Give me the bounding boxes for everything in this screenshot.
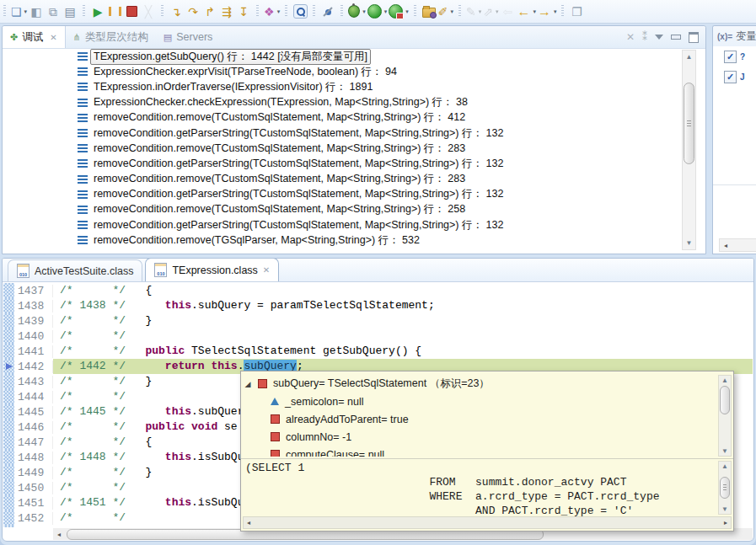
variable-tree-item[interactable]: _semicolon= null <box>244 393 716 410</box>
stack-frame-item[interactable]: removeCondition.getParserString(TCustomS… <box>3 217 680 232</box>
minimize-icon[interactable] <box>671 35 681 40</box>
step-over-button[interactable]: ↷ <box>185 3 201 21</box>
scroll-down-icon[interactable]: ▼ <box>719 505 731 514</box>
stack-frame-item[interactable]: TExpression.inOrderTraverse(IExpressionV… <box>3 79 680 94</box>
stack-frame-item[interactable]: ExpressionChecker.checkExpression(TExpre… <box>3 95 680 110</box>
scroll-left-icon[interactable]: ◂ <box>244 519 254 526</box>
editor-ruler[interactable] <box>3 526 14 527</box>
scroll-up-icon[interactable]: ▲ <box>683 51 695 62</box>
checkbox-checked-icon[interactable] <box>724 71 737 83</box>
variable-detail-pane[interactable]: (SELECT 1 FROM summit.donor_actvy PACT W… <box>245 461 716 516</box>
checkbox-checked-icon[interactable] <box>724 51 737 63</box>
step-into-button[interactable]: ↴ <box>169 3 184 21</box>
scroll-down-icon[interactable]: ▼ <box>719 446 731 456</box>
stack-frame-item[interactable]: removeCondition.getParserString(TCustomS… <box>3 126 680 141</box>
remove-terminated-icon[interactable]: ✕ <box>626 31 635 43</box>
use-step-filters-button[interactable]: ⇶ <box>219 3 234 21</box>
skip-all-breakpoints-button[interactable] <box>320 3 335 21</box>
editor-ruler[interactable] <box>3 389 14 404</box>
variables-item[interactable]: ? <box>713 46 756 67</box>
variable-tree-item[interactable]: computeClause= null <box>244 446 716 457</box>
editor-ruler[interactable] <box>3 329 14 344</box>
tab-texpression[interactable]: 010 TExpression.class ✕ <box>145 258 279 281</box>
search-button[interactable]: ✐▾ <box>438 3 453 21</box>
stack-frame-item[interactable]: removeCondition.remove(TCustomSqlStateme… <box>3 110 680 126</box>
stack-frame-item[interactable]: TExpression.getSubQuery() 行： 1442 [没有局部变… <box>3 49 680 64</box>
chevron-down-icon[interactable]: ▾ <box>405 8 409 15</box>
chevron-down-icon[interactable]: ▾ <box>384 8 388 15</box>
editor-ruler[interactable] <box>3 495 14 510</box>
variable-tree-item[interactable]: columnNo= -1 <box>244 428 716 446</box>
popup-hscrollbar[interactable]: ◂ ▸ <box>243 516 732 529</box>
chevron-down-icon[interactable]: ▾ <box>450 8 453 15</box>
step-return-button[interactable]: ↱ <box>202 3 217 21</box>
close-icon[interactable]: ✕ <box>50 33 56 42</box>
popup-detail-scrollbar[interactable]: ▲ ▼ <box>718 461 732 515</box>
tab-debug[interactable]: ✤ 调试 ✕ <box>3 26 66 48</box>
save-button[interactable]: ◧ <box>29 3 44 21</box>
variables-hscrollbar[interactable]: ◂ <box>719 238 756 252</box>
editor-ruler[interactable] <box>3 480 14 495</box>
stack-frame-item[interactable]: removeCondition.remove(TCustomSqlStateme… <box>3 202 680 217</box>
view-menu-icon[interactable] <box>655 35 663 40</box>
scroll-down-icon[interactable]: ▼ <box>683 238 695 248</box>
editor-ruler[interactable] <box>3 313 14 329</box>
editor-ruler[interactable] <box>3 344 14 359</box>
back-disabled-button[interactable]: ⇦ <box>500 3 515 21</box>
debug-scrollbar[interactable]: ▲ ▼ <box>682 50 696 250</box>
maximize-icon[interactable] <box>689 32 699 43</box>
stack-frame-item[interactable]: removeCondition.remove(TCustomSqlStateme… <box>3 141 680 156</box>
variable-tree-item[interactable]: alreadyAddToParent= true <box>244 410 716 428</box>
editor-ruler[interactable] <box>3 435 14 450</box>
scroll-right-icon[interactable]: ▸ <box>721 519 731 526</box>
chevron-down-icon[interactable]: ▾ <box>554 8 557 15</box>
terminate-button[interactable] <box>124 3 139 21</box>
back-button[interactable]: ←▾ <box>517 3 536 21</box>
editor-ruler[interactable] <box>3 359 14 374</box>
restore-window-button[interactable]: ❐ <box>569 3 584 21</box>
toggle-watchpoint-button[interactable]: ❖▾ <box>264 3 280 21</box>
tab-servers[interactable]: ▤ Servers <box>156 26 220 48</box>
editor-ruler[interactable] <box>3 298 14 313</box>
new-wizard-button[interactable]: ❏▾ <box>11 3 27 21</box>
debug-view-extra-icon[interactable]: ⁑ <box>642 31 647 43</box>
print-button[interactable]: ▤ <box>62 3 78 21</box>
stack-frame-item[interactable]: removeCondition.remove(TCustomSqlStateme… <box>3 172 680 187</box>
chevron-down-icon[interactable]: ▾ <box>479 8 482 15</box>
go-into-button[interactable]: ⇗▾ <box>483 3 498 21</box>
popup-tree-scrollbar[interactable]: ▲ ▼ <box>718 375 732 457</box>
tab-activetestsuite[interactable]: 010 ActiveTestSuite.class <box>8 259 142 281</box>
forward-button[interactable]: →▾ <box>538 3 557 21</box>
resume-button[interactable]: ▶ <box>90 3 105 21</box>
editor-ruler[interactable] <box>3 419 14 435</box>
editor-ruler[interactable] <box>3 450 14 465</box>
run-coverage-button[interactable]: ▾ <box>389 3 409 21</box>
open-artifact-button[interactable] <box>421 3 437 21</box>
suspend-button[interactable] <box>107 3 122 21</box>
scroll-up-icon[interactable]: ▲ <box>719 376 731 385</box>
variables-item[interactable]: J <box>713 67 756 87</box>
scroll-left-icon[interactable]: ◂ <box>720 242 732 249</box>
editor-ruler[interactable] <box>3 283 14 298</box>
variable-tree-item[interactable]: ◢subQuery= TSelectSqlStatement （标识=23） <box>244 375 716 393</box>
stack-frame-item[interactable]: ExpressionChecker.exprVisit(TParseTreeNo… <box>3 64 680 79</box>
drop-to-frame-button[interactable]: ↧ <box>236 3 251 21</box>
save-all-button[interactable]: ⧉ <box>46 3 61 21</box>
scrollbar-thumb[interactable] <box>720 386 730 414</box>
chevron-down-icon[interactable]: ▾ <box>362 8 366 15</box>
chevron-down-icon[interactable]: ▾ <box>277 8 281 15</box>
chevron-down-icon[interactable]: ▾ <box>24 8 28 15</box>
last-edit-location-button[interactable]: ✎▾ <box>466 3 481 21</box>
editor-ruler[interactable] <box>3 404 14 419</box>
editor-ruler[interactable] <box>3 465 14 480</box>
scroll-left-icon[interactable]: ◂ <box>53 531 65 538</box>
run-button[interactable]: ▾ <box>367 3 388 21</box>
editor-ruler[interactable] <box>3 374 14 389</box>
scrollbar-thumb[interactable] <box>684 83 694 164</box>
close-icon[interactable]: ✕ <box>263 265 270 275</box>
tab-variables[interactable]: (x)= 变量 <box>713 26 756 46</box>
scroll-up-icon[interactable]: ▲ <box>719 462 731 471</box>
inspect-button[interactable] <box>292 3 308 21</box>
stack-frame-item[interactable]: removeCondition.remove(TGSqlParser, Map<… <box>3 232 680 248</box>
debug-button[interactable]: ▾ <box>348 3 366 21</box>
